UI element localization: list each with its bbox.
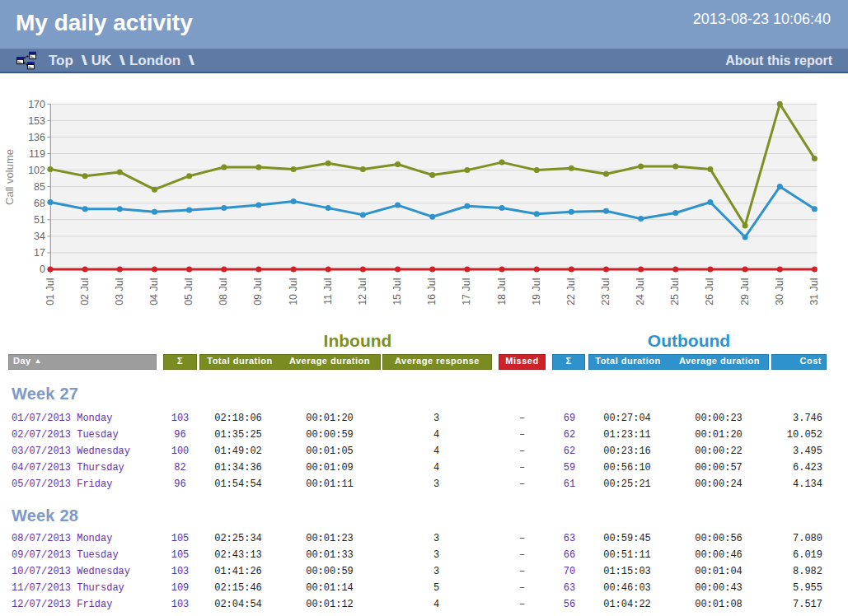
svg-text:119: 119 bbox=[29, 148, 45, 160]
svg-text:16 Jul: 16 Jul bbox=[426, 278, 438, 306]
svg-text:136: 136 bbox=[28, 132, 45, 143]
svg-text:18 Jul: 18 Jul bbox=[496, 278, 508, 306]
svg-text:11 Jul: 11 Jul bbox=[322, 278, 334, 305]
svg-text:17: 17 bbox=[34, 247, 45, 259]
svg-text:Call volume: Call volume bbox=[3, 149, 16, 205]
svg-text:10 Jul: 10 Jul bbox=[288, 278, 299, 306]
svg-text:17 Jul: 17 Jul bbox=[461, 278, 472, 306]
svg-text:29 Jul: 29 Jul bbox=[739, 278, 751, 306]
svg-text:30 Jul: 30 Jul bbox=[774, 278, 785, 306]
svg-text:68: 68 bbox=[34, 198, 45, 209]
svg-text:01 Jul: 01 Jul bbox=[45, 278, 56, 306]
svg-text:34: 34 bbox=[34, 231, 45, 242]
svg-text:22 Jul: 22 Jul bbox=[565, 278, 577, 306]
svg-text:09 Jul: 09 Jul bbox=[252, 278, 264, 306]
svg-text:05 Jul: 05 Jul bbox=[183, 278, 194, 306]
svg-text:24 Jul: 24 Jul bbox=[635, 278, 646, 306]
svg-text:31 Jul: 31 Jul bbox=[808, 278, 820, 306]
svg-text:19 Jul: 19 Jul bbox=[531, 278, 542, 306]
svg-text:03 Jul: 03 Jul bbox=[114, 278, 125, 306]
svg-text:0: 0 bbox=[40, 264, 45, 275]
svg-text:08 Jul: 08 Jul bbox=[218, 278, 229, 306]
svg-text:51: 51 bbox=[34, 214, 45, 226]
svg-text:02 Jul: 02 Jul bbox=[79, 278, 91, 306]
svg-text:170: 170 bbox=[28, 99, 45, 110]
svg-text:26 Jul: 26 Jul bbox=[704, 278, 715, 306]
svg-text:23 Jul: 23 Jul bbox=[600, 278, 611, 306]
svg-text:102: 102 bbox=[28, 165, 45, 176]
svg-text:15 Jul: 15 Jul bbox=[391, 278, 403, 305]
svg-text:12 Jul: 12 Jul bbox=[357, 278, 368, 306]
svg-text:153: 153 bbox=[28, 115, 45, 127]
svg-text:04 Jul: 04 Jul bbox=[148, 278, 160, 306]
svg-text:85: 85 bbox=[34, 181, 45, 193]
svg-text:25 Jul: 25 Jul bbox=[669, 278, 681, 306]
